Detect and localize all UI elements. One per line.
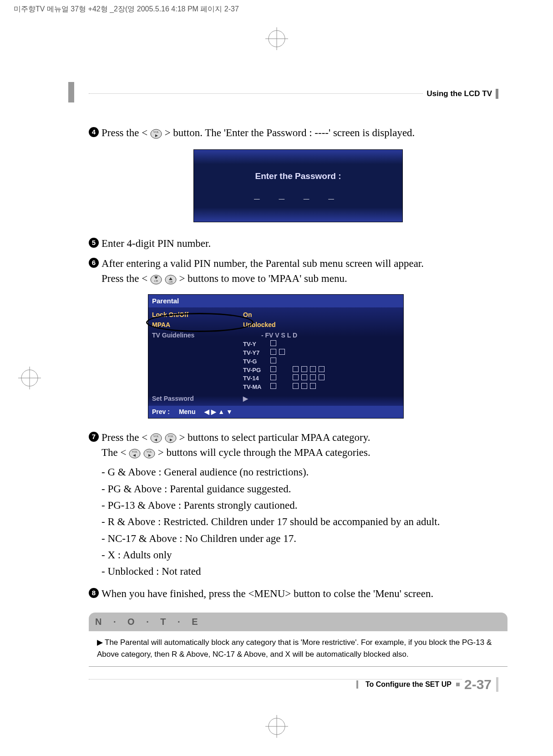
text: Press the < (101, 432, 147, 443)
text: > button. The 'Enter the Password : ----… (165, 127, 415, 138)
checkbox-icon (270, 366, 276, 372)
content-area: 4 Press the < VOL > button. The 'Enter t… (89, 125, 507, 667)
triangle-icon: ▶ (97, 638, 103, 647)
crop-mark-left (18, 367, 41, 389)
checkbox-icon (310, 374, 316, 380)
note-title: N · O · T · E (89, 613, 507, 631)
step-6: 6 After entering a valid PIN number, the… (89, 256, 507, 286)
checkbox-icon (270, 374, 276, 380)
step-5: 5 Enter 4-digit PIN number. (89, 236, 507, 251)
svg-text:CH: CH (168, 281, 172, 283)
checkbox-icon (319, 374, 325, 380)
step-4: 4 Press the < VOL > button. The 'Enter t… (89, 125, 507, 140)
rating-item: - X : Adults only (101, 547, 507, 562)
ratings-list: - G & Above : General audience (no restr… (101, 465, 507, 579)
rating-item: - G & Above : General audience (no restr… (101, 465, 507, 480)
label: Lock On/Off (152, 310, 243, 319)
value: Unblocked (243, 320, 276, 329)
label: TV-PG (243, 366, 270, 375)
step-bullet: 7 (89, 432, 99, 442)
text: > buttons to move to 'MPAA' sub menu. (179, 273, 347, 284)
step-7-text: Press the < VOL VOL > buttons to select … (101, 430, 507, 460)
svg-text:VOL: VOL (147, 450, 152, 453)
text: The < (101, 447, 126, 458)
section-header: Using the LCD TV (423, 89, 498, 99)
footer-tick (356, 680, 358, 689)
checkbox-icon (301, 374, 307, 380)
row-tvguidelines: TV Guidelines - FV V S L D (148, 330, 403, 340)
arrow-icons: ◀ ▶ ▲ ▼ (204, 407, 232, 416)
password-title: Enter the Password : (255, 170, 341, 183)
text: Press the < (101, 127, 147, 138)
svg-text:VOL: VOL (153, 131, 159, 133)
step-bullet: 6 (89, 258, 99, 268)
ch-up-icon: CH (165, 275, 177, 285)
vol-right-icon: VOL (165, 433, 177, 443)
step-5-text: Enter 4-digit PIN number. (101, 236, 507, 251)
step-4-text: Press the < VOL > button. The 'Enter the… (101, 125, 507, 140)
prev-label: Prev : (152, 407, 170, 416)
svg-text:VOL: VOL (132, 450, 138, 453)
header-rule (89, 93, 462, 94)
rating-item: - R & Above : Restricted. Children under… (101, 514, 507, 529)
grid-tv-pg: TV-PG (148, 366, 403, 375)
footer-text: To Configure the SET UP (365, 680, 452, 689)
label: TV-Y (243, 340, 270, 349)
vol-right-icon: VOL (143, 449, 155, 459)
label: TV-Y7 (243, 349, 270, 358)
value: - FV V S L D (261, 331, 297, 340)
text: Press the < (101, 273, 147, 284)
page-end-bar (496, 677, 498, 692)
text: > buttons will cycle through the MPAA ca… (158, 447, 370, 458)
label: TV Guidelines (152, 331, 243, 340)
label: MPAA (152, 320, 243, 329)
svg-text:VOL: VOL (167, 435, 173, 438)
checkbox-icon (319, 366, 325, 372)
password-panel: Enter the Password : _ _ _ _ (193, 149, 403, 222)
vol-right-icon: VOL (150, 129, 162, 139)
checkbox-icon (270, 358, 276, 363)
parental-body: Lock On/Off On MPAA Unblocked TV Guideli… (148, 307, 403, 406)
step-6-text: After entering a valid PIN number, the P… (101, 256, 507, 286)
step-bullet: 8 (89, 588, 99, 598)
footer-square-icon (456, 683, 460, 686)
ch-down-icon: CH (150, 275, 162, 285)
grid-tv-y7: TV-Y7 (148, 349, 403, 358)
checkbox-icon (270, 349, 276, 355)
checkbox-icon (293, 374, 299, 380)
text: After entering a valid PIN number, the P… (101, 258, 424, 269)
grid-tv-14: TV-14 (148, 374, 403, 383)
step-bullet: 4 (89, 127, 99, 137)
checkbox-icon (301, 366, 307, 372)
row-setpassword: Set Password ▶ (148, 393, 403, 404)
grid-tv-ma: TV-MA (148, 383, 403, 392)
rating-item: - NC-17 & Above : No Children under age … (101, 531, 507, 546)
rating-item: - Unblocked : Not rated (101, 564, 507, 579)
panel-footer: Prev : Menu ◀ ▶ ▲ ▼ (148, 406, 403, 418)
print-crop-header: 미주향TV 메뉴얼 37형 +42형 _2장(영 2005.5.16 4:18 … (14, 5, 239, 14)
note-text: The Parental will automatically block an… (97, 638, 492, 659)
checkbox-icon (293, 366, 299, 372)
vol-left-icon: VOL (129, 449, 141, 459)
checkbox-icon (310, 383, 316, 389)
value: On (243, 310, 252, 319)
crop-mark-bottom (265, 715, 288, 738)
label: TV-MA (243, 383, 270, 392)
checkbox-icon (279, 349, 285, 355)
checkbox-icon (270, 340, 276, 346)
checkbox-icon (301, 383, 307, 389)
note-box: N · O · T · E ▶The Parental will automat… (89, 613, 507, 667)
value: ▶ (243, 394, 248, 403)
svg-text:VOL: VOL (153, 435, 159, 438)
header-end-bar (496, 89, 498, 99)
step-bullet: 5 (89, 238, 99, 248)
checkbox-icon (293, 383, 299, 389)
manual-page: 미주향TV 메뉴얼 37형 +42형 _2장(영 2005.5.16 4:18 … (0, 0, 553, 756)
text: > buttons to select particular MPAA cate… (179, 432, 370, 443)
menu-label: Menu (179, 407, 196, 416)
label: TV-14 (243, 374, 270, 383)
step-7: 7 Press the < VOL VOL > buttons to selec… (89, 430, 507, 460)
password-slots: _ _ _ _ (254, 188, 342, 202)
grid-tv-g: TV-G (148, 358, 403, 366)
note-body: ▶The Parental will automatically block a… (89, 631, 507, 667)
